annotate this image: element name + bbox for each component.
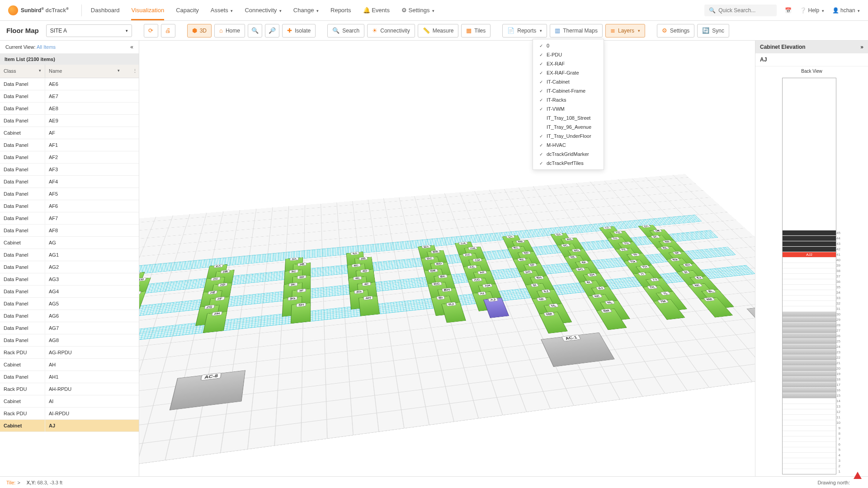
nav-connectivity[interactable]: Connectivity ▾ xyxy=(245,7,281,14)
calendar-icon[interactable]: 📅 xyxy=(785,7,792,14)
help-menu[interactable]: ❔ Help ▾ xyxy=(800,7,824,14)
rack-8M[interactable]: 8M xyxy=(699,297,733,318)
rack-AJ[interactable]: AJ xyxy=(483,298,509,318)
ru-21[interactable] xyxy=(783,360,836,366)
col-class[interactable]: Class▾ xyxy=(0,65,45,78)
ru-14[interactable] xyxy=(783,398,836,404)
ru-23[interactable] xyxy=(783,349,836,355)
ru-35[interactable] xyxy=(783,284,836,290)
print-button[interactable]: 🖨 xyxy=(161,24,175,38)
ru-24[interactable] xyxy=(783,344,836,349)
ru-2[interactable] xyxy=(783,463,836,469)
refresh-button[interactable]: ⟳ xyxy=(144,24,158,38)
ru-15[interactable] xyxy=(783,393,836,398)
ru-31[interactable] xyxy=(783,306,836,311)
table-row[interactable]: Data PanelAF8 xyxy=(0,225,139,237)
ru-45[interactable] xyxy=(783,230,836,235)
ru-28[interactable] xyxy=(783,322,836,328)
table-row[interactable]: CabinetAF xyxy=(0,127,139,139)
ru-3[interactable] xyxy=(783,458,836,463)
ru-20[interactable] xyxy=(783,366,836,371)
hvac-unit[interactable]: AC-2 xyxy=(747,303,755,333)
ru-29[interactable] xyxy=(783,317,836,322)
table-row[interactable]: Data PanelAG8 xyxy=(0,334,139,347)
ru-30[interactable] xyxy=(783,311,836,317)
nav-dashboard[interactable]: Dashboard xyxy=(91,7,120,14)
layers-dropdown[interactable]: ✓0✓E-PDU✓EX-RAF✓EX-RAF-Grate✓IT-Cabinet✓… xyxy=(533,39,604,170)
user-menu[interactable]: 👤 hchan ▾ xyxy=(832,7,860,14)
table-row[interactable]: Data PanelAF3 xyxy=(0,164,139,176)
ru-11[interactable] xyxy=(783,414,836,420)
table-row[interactable]: Data PanelAF1 xyxy=(0,139,139,151)
hvac-unit[interactable]: AC-1 xyxy=(541,333,615,367)
table-row[interactable]: Data PanelAF6 xyxy=(0,200,139,212)
ru-5[interactable] xyxy=(783,447,836,452)
table-row[interactable]: Data PanelAF7 xyxy=(0,212,139,225)
ru-43[interactable] xyxy=(783,241,836,246)
layer-option[interactable]: IT_Tray_96_Avenue xyxy=(533,122,604,131)
table-row[interactable]: Rack PDUAH-RPDU xyxy=(0,383,139,395)
ru-36[interactable] xyxy=(783,279,836,284)
rack-4F[interactable]: 4F xyxy=(357,282,378,301)
hvac-unit[interactable]: AC-8 xyxy=(170,370,246,410)
ru-37[interactable] xyxy=(783,273,836,279)
measure-button[interactable]: 📏Measure xyxy=(418,24,459,38)
ru-13[interactable] xyxy=(783,404,836,409)
zoom-in-button[interactable]: 🔍 xyxy=(248,24,262,38)
item-list-body[interactable]: Data PanelAE6Data PanelAE7Data PanelAE8D… xyxy=(0,78,139,476)
thermal-maps-button[interactable]: ▥Thermal Maps xyxy=(550,24,603,38)
three-d-button[interactable]: ⬢3D xyxy=(187,24,212,38)
table-row[interactable]: Data PanelAG1 xyxy=(0,249,139,261)
ru-9[interactable] xyxy=(783,425,836,431)
nav-capacity[interactable]: Capacity xyxy=(176,7,199,14)
columns-more-icon[interactable]: ⋮ xyxy=(131,65,139,78)
layer-option[interactable]: IT_Tray_108_Street xyxy=(533,113,604,122)
layer-option[interactable]: ✓dcTrackGridMarker xyxy=(533,150,604,159)
ru-19[interactable] xyxy=(783,371,836,376)
expand-elevation-icon[interactable]: » xyxy=(860,44,863,50)
table-row[interactable]: Data PanelAF5 xyxy=(0,188,139,200)
nav-change[interactable]: Change ▾ xyxy=(293,7,319,14)
ru-1[interactable] xyxy=(783,469,836,474)
ru-16[interactable] xyxy=(783,387,836,393)
site-select[interactable]: SITE A ▾ xyxy=(46,24,132,37)
ru-39[interactable] xyxy=(783,263,836,268)
ru-41[interactable]: AJ2 xyxy=(783,252,836,257)
layers-button[interactable]: ≣Layers ▾ xyxy=(605,24,645,38)
layer-option[interactable]: ✓EX-RAF xyxy=(533,59,604,68)
ru-42[interactable] xyxy=(783,246,836,252)
table-row[interactable]: Data PanelAH1 xyxy=(0,371,139,383)
ru-7[interactable] xyxy=(783,436,836,441)
rack-1A[interactable]: 1A xyxy=(139,272,145,290)
ru-22[interactable] xyxy=(783,355,836,360)
ru-44[interactable] xyxy=(783,235,836,241)
brand-logo[interactable]: Sunbird® dcTrack® xyxy=(8,5,69,15)
connectivity-button[interactable]: ☀Connectivity xyxy=(367,24,415,38)
ru-27[interactable] xyxy=(783,328,836,333)
ru-38[interactable] xyxy=(783,268,836,273)
cabinet-frame[interactable]: AJ2 xyxy=(782,78,836,474)
layer-option[interactable]: ✓EX-RAF-Grate xyxy=(533,68,604,77)
tiles-button[interactable]: ▦Tiles xyxy=(461,24,491,38)
rack-2H[interactable]: 2H xyxy=(203,311,227,333)
reports-button[interactable]: 📄Reports ▾ xyxy=(502,24,547,38)
table-row[interactable]: Data PanelAE7 xyxy=(0,90,139,103)
table-row[interactable]: Data PanelAF2 xyxy=(0,151,139,164)
ru-40[interactable] xyxy=(783,257,836,263)
table-row[interactable]: Data PanelAG5 xyxy=(0,298,139,310)
table-row[interactable]: Data PanelAG6 xyxy=(0,310,139,322)
table-row[interactable]: Data PanelAG4 xyxy=(0,286,139,298)
layer-option[interactable]: ✓E-PDU xyxy=(533,50,604,59)
col-name[interactable]: Name▾ xyxy=(45,65,131,78)
zoom-out-button[interactable]: 🔎 xyxy=(265,24,279,38)
nav-visualization[interactable]: Visualization xyxy=(131,7,164,20)
ru-8[interactable] xyxy=(783,431,836,436)
table-row[interactable]: Data PanelAG3 xyxy=(0,273,139,286)
table-row[interactable]: CabinetAH xyxy=(0,359,139,371)
sync-button[interactable]: 🔄Sync xyxy=(697,24,729,38)
nav-settings[interactable]: ⚙ Settings ▾ xyxy=(401,7,434,14)
table-row[interactable]: Data PanelAF4 xyxy=(0,176,139,188)
collapse-sidebar-icon[interactable]: « xyxy=(130,44,133,50)
rack-3H[interactable]: 3H xyxy=(291,303,311,324)
search-button[interactable]: 🔍Search xyxy=(327,24,364,38)
